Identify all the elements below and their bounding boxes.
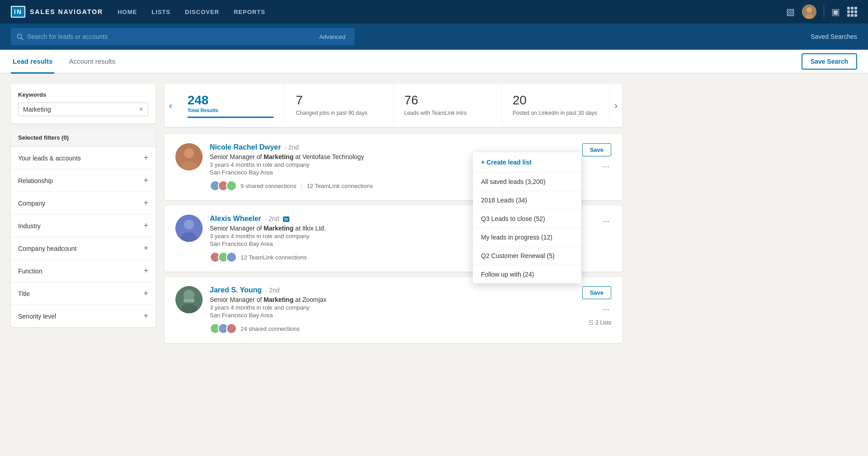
user-avatar[interactable] — [802, 5, 816, 19]
filter-expand-icon: + — [143, 198, 148, 208]
conn-avatar — [226, 252, 237, 263]
dropdown-menu: + Create lead list All saved leads (3,20… — [473, 152, 581, 283]
nav-discover[interactable]: DISCOVER — [185, 7, 219, 17]
dropdown-2018-leads[interactable]: 2018 Leads (34) — [473, 191, 581, 210]
keywords-label: Keywords — [18, 91, 148, 98]
save-lead-button[interactable]: Save — [582, 143, 611, 156]
apps-grid-icon[interactable] — [847, 7, 857, 17]
lead-card: Jared S. Young · 2nd Senior Manager of M… — [165, 277, 622, 343]
svg-rect-13 — [184, 299, 194, 302]
lead-name[interactable]: Alexis Wheeler — [210, 215, 261, 222]
stat-teamlink-number: 76 — [404, 93, 491, 108]
dropdown-q2-customer[interactable]: Q2 Customer Renewal (5) — [473, 247, 581, 265]
search-bar-row: Advanced Saved Searches — [0, 24, 868, 50]
create-lead-list-option[interactable]: + Create lead list — [473, 152, 581, 173]
keyword-input[interactable] — [23, 106, 139, 113]
svg-line-4 — [21, 38, 23, 40]
lead-avatar — [175, 215, 203, 242]
advanced-button[interactable]: Advanced — [316, 32, 349, 42]
stat-posted[interactable]: 20 Posted on LinkedIn in past 30 days — [502, 84, 610, 127]
filters-box: Selected filters (0) Your leads & accoun… — [11, 129, 156, 327]
dropdown-all-saved[interactable]: All saved leads (3,200) — [473, 173, 581, 191]
linkedin-in-badge: in — [283, 216, 289, 222]
top-nav: in SALES NAVIGATOR HOME LISTS DISCOVER R… — [0, 0, 868, 24]
tabs-row: Lead results Account results Save Search — [0, 50, 868, 73]
connection-badge: · 2nd — [265, 215, 279, 222]
lead-avatar — [175, 143, 203, 170]
filter-expand-icon: + — [143, 289, 148, 298]
lead-actions: ··· — [601, 215, 611, 228]
stat-teamlink-label: Leads with TeamLink intro — [404, 109, 491, 117]
stats-prev-nav[interactable]: ‹ — [165, 84, 177, 127]
lead-actions: Save ··· — [582, 143, 611, 173]
keyword-input-wrap: × — [18, 103, 148, 116]
nav-home[interactable]: HOME — [118, 7, 137, 17]
nav-links: HOME LISTS DISCOVER REPORTS — [118, 7, 265, 17]
keywords-box: Keywords × — [11, 84, 156, 123]
connection-avatars — [210, 180, 237, 191]
dropdown-follow-up[interactable]: Follow up with (24) — [473, 265, 581, 283]
filter-industry[interactable]: Industry + — [11, 215, 156, 237]
filter-function[interactable]: Function + — [11, 260, 156, 282]
filter-company[interactable]: Company + — [11, 192, 156, 215]
filter-title-label: Title — [18, 290, 30, 297]
more-options-button[interactable]: ··· — [601, 215, 611, 228]
stat-total-number: 248 — [188, 93, 274, 108]
clear-keyword-icon[interactable]: × — [139, 106, 143, 113]
connections-text: 12 TeamLink connections — [241, 254, 307, 261]
list-icon: ☷ — [589, 320, 594, 326]
lead-card: Nicole Rachel Dwyer · 2nd Senior Manager… — [165, 134, 622, 200]
nav-lists[interactable]: LISTS — [151, 7, 170, 17]
stat-changed-label: Changed jobs in past 90 days — [296, 109, 382, 117]
lead-name-row: Jared S. Young · 2nd — [210, 286, 575, 294]
lead-name-row: Nicole Rachel Dwyer · 2nd — [210, 143, 575, 151]
more-options-button[interactable]: ··· — [601, 160, 611, 173]
filter-company-label: Company — [18, 200, 45, 207]
dropdown-q3-leads[interactable]: Q3 Leads to close (52) — [473, 210, 581, 228]
notifications-icon[interactable]: ▣ — [831, 6, 840, 17]
stats-row: ‹ 248 Total Results 7 Changed jobs in pa… — [165, 84, 622, 127]
messages-icon[interactable]: ▧ — [786, 6, 795, 17]
saved-searches-button[interactable]: Saved Searches — [811, 33, 857, 40]
filter-title[interactable]: Title + — [11, 282, 156, 305]
filter-relationship-label: Relationship — [18, 177, 53, 184]
lists-count: 2 Lists — [595, 320, 611, 326]
stat-total-results[interactable]: 248 Total Results — [177, 84, 285, 127]
filter-relationship[interactable]: Relationship + — [11, 169, 156, 192]
lead-tenure: 3 years 4 months in role and company — [210, 304, 575, 311]
filter-seniority-label: Senority level — [18, 313, 56, 320]
nav-right: ▧ ▣ — [786, 5, 857, 19]
stat-teamlink[interactable]: 76 Leads with TeamLink intro — [393, 84, 502, 127]
filter-your-leads[interactable]: Your leads & accounts + — [11, 147, 156, 169]
stat-changed-jobs[interactable]: 7 Changed jobs in past 90 days — [285, 84, 393, 127]
search-input[interactable] — [27, 33, 312, 40]
filter-expand-icon: + — [143, 221, 148, 230]
filter-industry-label: Industry — [18, 222, 41, 230]
tab-lead-results[interactable]: Lead results — [11, 50, 54, 74]
tab-account-results[interactable]: Account results — [67, 50, 117, 74]
lead-actions: Save ··· ☷ 2 Lists — [582, 286, 611, 326]
app-logo[interactable]: in SALES NAVIGATOR — [11, 6, 103, 18]
conn-avatar — [226, 180, 237, 191]
save-search-button[interactable]: Save Search — [802, 53, 857, 70]
connections-text: 24 shared connections — [241, 325, 300, 332]
lead-name[interactable]: Nicole Rachel Dwyer — [210, 143, 281, 151]
main-content: Keywords × Selected filters (0) Your lea… — [0, 73, 633, 359]
stat-total-label: Total Results — [188, 108, 274, 113]
lead-avatar — [175, 286, 203, 313]
filter-seniority[interactable]: Senority level + — [11, 305, 156, 327]
stat-posted-label: Posted on LinkedIn in past 30 days — [513, 109, 599, 117]
stats-next-nav[interactable]: › — [610, 84, 622, 127]
filter-expand-icon: + — [143, 244, 148, 253]
filter-headcount[interactable]: Company headcount + — [11, 237, 156, 260]
lead-name[interactable]: Jared S. Young — [210, 286, 262, 294]
dropdown-my-leads[interactable]: My leads in progress (12) — [473, 228, 581, 247]
search-input-wrap: Advanced — [11, 28, 354, 45]
more-options-button[interactable]: ··· — [601, 303, 611, 316]
filters-header: Selected filters (0) — [11, 129, 156, 147]
nav-reports[interactable]: REPORTS — [234, 7, 265, 17]
save-lead-button[interactable]: Save — [582, 286, 611, 299]
svg-point-9 — [184, 220, 194, 230]
sidebar: Keywords × Selected filters (0) Your lea… — [11, 84, 156, 348]
lead-connections: 24 shared connections — [210, 323, 575, 334]
